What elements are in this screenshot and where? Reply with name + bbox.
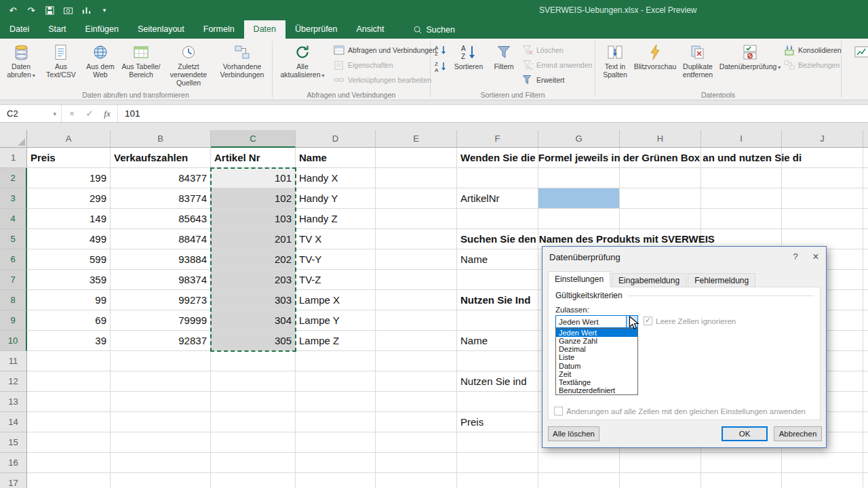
advanced-filter-button[interactable]: Erweitert [519, 73, 591, 87]
cell-A3[interactable]: 299 [27, 188, 111, 209]
cell-F17[interactable] [457, 473, 538, 488]
cell-G17[interactable] [538, 473, 620, 488]
cell-A13[interactable] [27, 392, 111, 412]
select-all-corner[interactable] [0, 130, 27, 148]
row-header-10[interactable]: 10 [0, 331, 27, 351]
cell-K10[interactable] [863, 331, 868, 351]
flash-fill-button[interactable]: Blitzvorschau [633, 39, 677, 89]
cell-H2[interactable] [620, 168, 701, 188]
cell-F12[interactable] [457, 371, 538, 392]
cell-D6[interactable]: TV-Y [296, 249, 376, 270]
cell-E6[interactable] [376, 249, 457, 270]
column-header-E[interactable]: E [376, 130, 457, 148]
column-header-C[interactable]: C [211, 130, 296, 148]
cell-E7[interactable] [376, 270, 457, 290]
row-header-8[interactable]: 8 [0, 290, 27, 310]
cell-B5[interactable]: 88474 [111, 229, 211, 249]
insert-function-icon[interactable] [98, 108, 116, 119]
cell-B11[interactable] [111, 351, 211, 371]
queries-connections-button[interactable]: Abfragen und Verbindungen [331, 43, 427, 58]
cell-B10[interactable]: 92837 [111, 331, 211, 351]
allow-combobox[interactable]: Jeden Wert [555, 315, 638, 328]
ok-button[interactable]: OK [722, 426, 768, 441]
cell-C8[interactable]: 303 [211, 290, 296, 310]
reapply-button[interactable]: Erneut anwenden [519, 58, 591, 73]
dialog-close-icon[interactable] [806, 247, 826, 268]
data-validation-button[interactable]: Datenüberprüfung [719, 39, 781, 89]
cell-A7[interactable]: 359 [27, 270, 111, 290]
cell-D8[interactable]: Lampe X [296, 290, 376, 310]
from-text-csv-button[interactable]: Aus Text/CSV [41, 39, 81, 89]
cell-I4[interactable] [701, 209, 782, 229]
cell-K4[interactable] [863, 209, 868, 229]
cell-A15[interactable] [27, 432, 111, 453]
cell-C10[interactable]: 305 [211, 331, 296, 351]
cell-F13[interactable] [457, 392, 538, 412]
cell-E1[interactable] [376, 148, 457, 168]
cell-C2[interactable]: 101 [211, 168, 296, 188]
cell-A16[interactable] [27, 453, 111, 473]
cell-A11[interactable] [27, 351, 111, 371]
partial-button[interactable] [843, 39, 868, 89]
cell-E15[interactable] [376, 432, 457, 453]
cell-A17[interactable] [27, 473, 111, 488]
ribbon-search[interactable]: Suchen [413, 20, 455, 39]
cell-C15[interactable] [211, 432, 296, 453]
chart-icon[interactable] [80, 4, 92, 16]
row-header-3[interactable]: 3 [0, 188, 27, 209]
customize-quick-access-icon[interactable]: ▾ [98, 4, 111, 16]
sort-button[interactable]: AZ Sortieren [449, 39, 488, 89]
cell-C13[interactable] [211, 392, 296, 412]
column-header-J[interactable]: J [782, 130, 863, 148]
cell-F7[interactable] [457, 270, 538, 290]
cell-C12[interactable] [211, 371, 296, 392]
cell-E12[interactable] [376, 371, 457, 392]
cell-B3[interactable]: 83774 [111, 188, 211, 209]
row-header-17[interactable]: 17 [0, 473, 27, 488]
cell-K5[interactable] [863, 229, 868, 249]
row-header-12[interactable]: 12 [0, 371, 27, 392]
cell-D2[interactable]: Handy X [296, 168, 376, 188]
cell-H4[interactable] [620, 209, 701, 229]
cell-A4[interactable]: 149 [27, 209, 111, 229]
cell-C17[interactable] [211, 473, 296, 488]
cell-E10[interactable] [376, 331, 457, 351]
get-data-button[interactable]: Daten abrufen [1, 39, 41, 89]
text-to-columns-button[interactable]: Text in Spalten [597, 39, 633, 89]
cell-I1[interactable] [701, 148, 782, 168]
cell-B14[interactable] [111, 412, 211, 432]
cell-A6[interactable]: 599 [27, 249, 111, 270]
cell-C11[interactable] [211, 351, 296, 371]
cell-D17[interactable] [296, 473, 376, 488]
sort-ascending-button[interactable]: AZ [432, 43, 449, 57]
tab-datei[interactable]: Datei [0, 20, 39, 39]
cell-K3[interactable] [863, 188, 868, 209]
cell-D5[interactable]: TV X [296, 229, 376, 249]
tab-ansicht[interactable]: Ansicht [347, 20, 394, 39]
cell-F6[interactable]: Name [457, 249, 538, 270]
confirm-entry-icon[interactable] [81, 108, 98, 119]
cell-D15[interactable] [296, 432, 376, 453]
relationships-button[interactable]: Beziehungen [781, 58, 840, 73]
cell-I2[interactable] [701, 168, 782, 188]
row-header-4[interactable]: 4 [0, 209, 27, 229]
cell-C4[interactable]: 103 [211, 209, 296, 229]
clear-all-button[interactable]: Alle löschen [548, 426, 599, 441]
cell-D7[interactable]: TV-Z [296, 270, 376, 290]
cell-D10[interactable]: Lampe Z [296, 331, 376, 351]
cell-B13[interactable] [111, 392, 211, 412]
cell-F3[interactable]: ArtikelNr [457, 188, 538, 209]
row-header-2[interactable]: 2 [0, 168, 27, 188]
cell-K2[interactable] [863, 168, 868, 188]
cell-E4[interactable] [376, 209, 457, 229]
row-header-15[interactable]: 15 [0, 432, 27, 453]
cell-A1[interactable]: Preis [27, 148, 111, 168]
cell-F4[interactable] [457, 209, 538, 229]
cell-E3[interactable] [376, 188, 457, 209]
cell-F9[interactable] [457, 310, 538, 331]
cell-F14[interactable]: Preis [457, 412, 538, 432]
cell-B1[interactable]: Verkaufszahlen [111, 148, 211, 168]
dropdown-item[interactable]: Zeit [556, 370, 637, 378]
cell-A12[interactable] [27, 371, 111, 392]
cell-D12[interactable] [296, 371, 376, 392]
